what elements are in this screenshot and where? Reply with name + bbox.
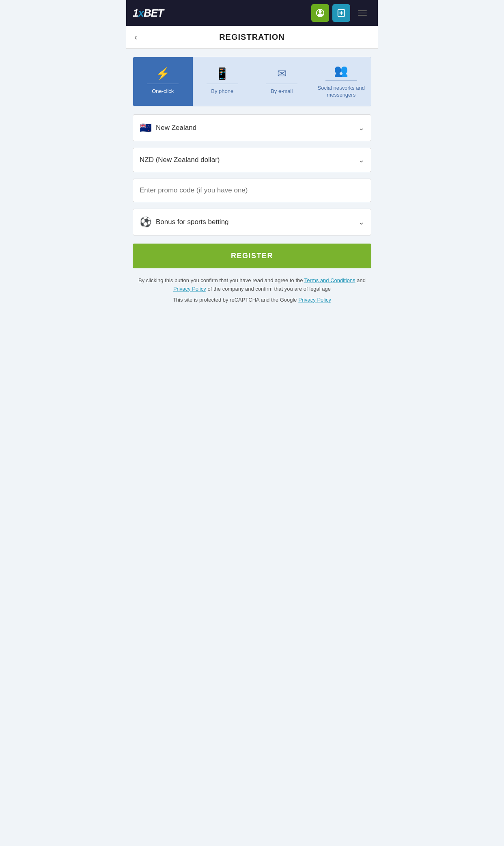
registration-tabs: ⚡ One-click 📱 By phone ✉ By e-mail 👥 Soc… [133,57,371,106]
footer-text-2: of the company and confirm that you are … [208,286,331,292]
country-label: New Zealand [156,124,196,132]
country-dropdown[interactable]: 🇳🇿 New Zealand ⌄ [133,114,371,141]
bonus-value: ⚽ Bonus for sports betting [140,216,229,228]
tab-by-phone[interactable]: 📱 By phone [193,57,252,106]
currency-label: NZD (New Zealand dollar) [140,156,220,164]
tab-by-phone-label: By phone [211,88,233,95]
promo-code-input[interactable] [133,179,371,202]
deposit-icon [337,9,346,17]
tab-by-email[interactable]: ✉ By e-mail [252,57,312,106]
email-icon: ✉ [277,68,286,80]
footer-recaptcha: This site is protected by reCAPTCHA and … [126,297,378,311]
chevron-down-icon: ⌄ [358,123,364,132]
tab-divider-3 [266,84,297,84]
privacy-link-2[interactable]: Privacy Policy [298,297,331,303]
country-value: 🇳🇿 New Zealand [140,122,196,134]
terms-link[interactable]: Terms and Conditions [304,277,355,283]
tab-divider-4 [325,80,357,81]
svg-point-0 [319,10,321,13]
tab-social-label: Social networks and messengers [315,85,368,99]
tab-divider [147,84,179,84]
chevron-down-icon-3: ⌄ [358,218,364,227]
tab-social[interactable]: 👥 Social networks and messengers [312,57,371,106]
tab-divider-2 [207,84,238,84]
deposit-button[interactable] [332,4,350,22]
tab-one-click-label: One-click [152,88,174,95]
login-button[interactable] [311,4,329,22]
header-icons [311,4,371,22]
currency-value: NZD (New Zealand dollar) [140,156,220,164]
page-title: REGISTRATION [134,32,370,42]
tab-one-click[interactable]: ⚡ One-click [133,57,193,106]
bonus-label: Bonus for sports betting [156,218,229,226]
soccer-ball-icon: ⚽ [140,216,152,228]
logo: 1xBET [133,7,164,19]
register-button[interactable]: REGISTER [133,244,371,268]
footer-text-1: By clicking this button you confirm that… [138,277,303,283]
footer-disclaimer: By clicking this button you confirm that… [126,270,378,297]
currency-dropdown[interactable]: NZD (New Zealand dollar) ⌄ [133,148,371,172]
recaptcha-text: This site is protected by reCAPTCHA and … [173,297,298,303]
country-flag: 🇳🇿 [140,122,152,134]
lightning-icon: ⚡ [156,68,170,80]
app-header: 1xBET [126,0,378,26]
menu-button[interactable] [353,4,371,22]
phone-icon: 📱 [215,68,229,80]
person-circle-icon [316,9,325,17]
hamburger-icon [358,10,367,16]
footer-and: and [357,277,366,283]
chevron-down-icon-2: ⌄ [358,155,364,164]
page-header: ‹ REGISTRATION [126,26,378,49]
social-icon: 👥 [334,65,348,76]
registration-form: 🇳🇿 New Zealand ⌄ NZD (New Zealand dollar… [126,114,378,270]
privacy-link[interactable]: Privacy Policy [173,286,206,292]
logo-text: 1xBET [133,7,164,19]
back-button[interactable]: ‹ [133,30,139,44]
tab-by-email-label: By e-mail [271,88,293,95]
bonus-dropdown[interactable]: ⚽ Bonus for sports betting ⌄ [133,209,371,235]
